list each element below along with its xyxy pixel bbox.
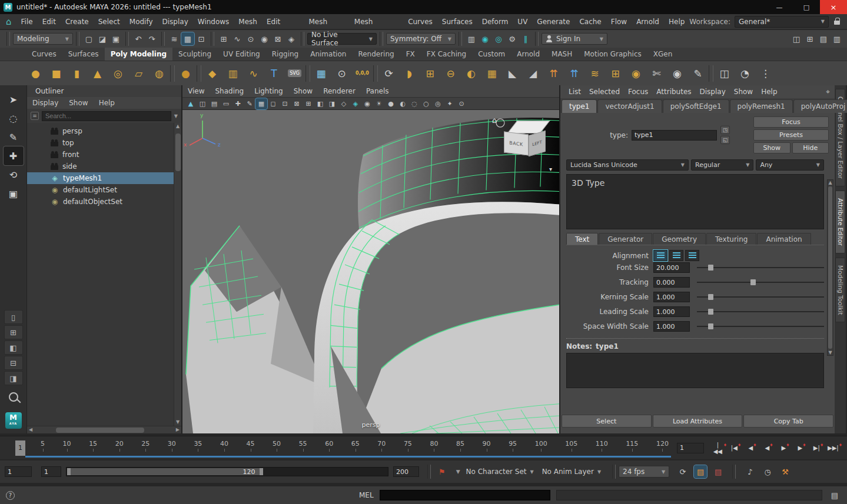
- menu-item[interactable]: Modify: [125, 14, 158, 29]
- presets-button[interactable]: Presets: [753, 129, 829, 141]
- attribute-editor-menu-item[interactable]: Help: [757, 85, 781, 98]
- motion-blur-icon[interactable]: ◌: [408, 98, 420, 109]
- snap-grid-icon[interactable]: ⊞: [217, 32, 230, 45]
- font-family-dropdown[interactable]: Lucida Sans Unicode▼: [566, 159, 689, 171]
- timeline-tick-label[interactable]: 105: [565, 440, 577, 448]
- slider-handle[interactable]: [750, 279, 756, 285]
- menu-item[interactable]: Mesh Display: [350, 14, 403, 29]
- anti-aliasing-icon[interactable]: ○: [420, 98, 432, 109]
- safe-action-icon[interactable]: ◧: [314, 98, 326, 109]
- attribute-value-field[interactable]: [653, 262, 690, 273]
- menu-item[interactable]: Windows: [193, 14, 234, 29]
- chevron-down-icon[interactable]: ▼: [174, 114, 178, 119]
- timeline-tick-label[interactable]: 55: [299, 440, 307, 448]
- menu-item[interactable]: File: [16, 14, 38, 29]
- wireframe-mode-icon[interactable]: ◇: [338, 98, 350, 109]
- menu-item[interactable]: Flow: [606, 14, 632, 29]
- timeline-tick-label[interactable]: 95: [509, 440, 517, 448]
- poly-pipe-icon[interactable]: ▥: [223, 64, 243, 83]
- separator[interactable]: [305, 65, 310, 82]
- shelf-tab[interactable]: Animation: [304, 48, 352, 61]
- show-button[interactable]: Show: [753, 142, 790, 153]
- outliner-item[interactable]: defaultObjectSet: [27, 196, 174, 208]
- outliner-vertical-scrollbar[interactable]: ▲▼: [174, 123, 181, 426]
- timeline-tick-label[interactable]: 115: [626, 440, 638, 448]
- timeline-track[interactable]: 5101520253035404550556065707580859095100…: [25, 436, 671, 459]
- timeline-tick-label[interactable]: 75: [404, 440, 412, 448]
- menu-item[interactable]: Edit Mesh: [262, 14, 304, 29]
- field-chart-icon[interactable]: ⊞: [303, 98, 314, 109]
- outliner-item[interactable]: defaultLightSet: [27, 184, 174, 196]
- make-object-live-icon[interactable]: ◈: [285, 32, 298, 45]
- attribute-value-field[interactable]: [653, 321, 690, 332]
- lattice-deform-icon[interactable]: ⟳: [379, 64, 398, 83]
- resolution-gate-icon[interactable]: ⊡: [279, 98, 291, 109]
- section-grip[interactable]: [459, 32, 462, 46]
- sign-in-dropdown[interactable]: Sign In▼: [542, 33, 607, 45]
- extrude-icon[interactable]: ⇈: [544, 64, 563, 83]
- animation-end-field[interactable]: [393, 466, 419, 477]
- attribute-slider[interactable]: [697, 322, 824, 331]
- range-start-handle[interactable]: [67, 468, 71, 475]
- filter-icon[interactable]: ≡: [31, 112, 39, 120]
- outliner-menu-item[interactable]: Help: [94, 97, 120, 109]
- type-section-tab[interactable]: Text: [566, 233, 598, 245]
- menu-item[interactable]: Mesh Tools: [304, 14, 349, 29]
- sidebar-tab[interactable]: Modeling Toolkit: [835, 258, 845, 323]
- menu-item[interactable]: Surfaces: [437, 14, 477, 29]
- extrude-normal-icon[interactable]: ⇈: [564, 64, 584, 83]
- slider-handle[interactable]: [708, 309, 713, 315]
- section-grip[interactable]: [76, 32, 79, 46]
- layout-hypershade[interactable]: ◨: [4, 371, 23, 385]
- step-forward-frame-button[interactable]: ▶|♦: [811, 442, 826, 455]
- slider-handle[interactable]: [708, 265, 713, 271]
- command-language-toggle[interactable]: MEL: [359, 491, 374, 499]
- attribute-editor-menu-item[interactable]: Display: [696, 85, 730, 98]
- poly-disc-icon[interactable]: ◍: [150, 64, 169, 83]
- poly-helix-icon[interactable]: ∿: [244, 64, 263, 83]
- shelf-tab[interactable]: Rigging: [266, 48, 304, 61]
- attribute-editor-menu-item[interactable]: Attributes: [652, 85, 695, 98]
- outliner-menu-item[interactable]: Display: [27, 97, 64, 109]
- layout-single-pane[interactable]: ▯: [4, 310, 23, 324]
- bevel-icon[interactable]: ◣: [503, 64, 522, 83]
- redo-icon[interactable]: ↷: [145, 32, 158, 45]
- timeline-tick-label[interactable]: 70: [377, 440, 386, 448]
- poly-sphere-icon[interactable]: ●: [26, 64, 45, 83]
- bridge-icon[interactable]: ◢: [523, 64, 543, 83]
- go-to-start-button[interactable]: |◀◀♦: [712, 442, 727, 455]
- attribute-editor-footer-button[interactable]: Load Attributes: [653, 415, 743, 428]
- step-back-key-button[interactable]: ◀♦: [745, 442, 760, 455]
- exposure-icon[interactable]: ◎: [432, 98, 444, 109]
- viewport-canvas[interactable]: ⌂ BACK LEFT ▾ y x z persp: [182, 110, 559, 433]
- focus-button[interactable]: Focus: [753, 116, 829, 128]
- separator[interactable]: [170, 65, 175, 82]
- outliner-item[interactable]: typeMesh1: [27, 172, 174, 184]
- super-shape-icon[interactable]: ●: [176, 64, 195, 83]
- node-name-field[interactable]: [632, 130, 717, 141]
- outliner-item[interactable]: persp: [27, 125, 174, 137]
- separator[interactable]: [373, 65, 378, 82]
- lasso-select-tool[interactable]: ◌: [4, 109, 24, 128]
- shadows-icon[interactable]: ●: [385, 98, 397, 109]
- attribute-slider[interactable]: [697, 293, 824, 301]
- attribute-node-tab[interactable]: type1: [562, 99, 597, 113]
- sphere-project-icon[interactable]: ◉: [626, 64, 646, 83]
- minimize-button[interactable]: —: [766, 0, 793, 14]
- range-end-handle[interactable]: [260, 468, 263, 475]
- attribute-editor-menu-item[interactable]: List: [564, 85, 585, 98]
- poly-cube-icon[interactable]: ■: [46, 64, 66, 83]
- shelf-tab[interactable]: FX Caching: [421, 48, 472, 61]
- shelf-tab[interactable]: Arnold: [511, 48, 546, 61]
- section-grip[interactable]: [301, 32, 304, 46]
- layout-four-pane[interactable]: ⊞: [4, 325, 23, 339]
- menu-item[interactable]: Curves: [403, 14, 437, 29]
- show-input-connections-icon[interactable]: ◳: [720, 126, 730, 134]
- select-hierarchy-icon[interactable]: ≋: [168, 32, 181, 45]
- new-scene-icon[interactable]: ▢: [82, 32, 95, 45]
- attribute-editor-footer-button[interactable]: Copy Tab: [743, 415, 833, 428]
- viewport-menu-item[interactable]: Lighting: [249, 85, 288, 97]
- channel-box-toggle-icon[interactable]: ▤: [817, 32, 830, 45]
- timeline-tick-label[interactable]: 25: [141, 440, 150, 448]
- sculpt-icon[interactable]: ◔: [735, 64, 755, 83]
